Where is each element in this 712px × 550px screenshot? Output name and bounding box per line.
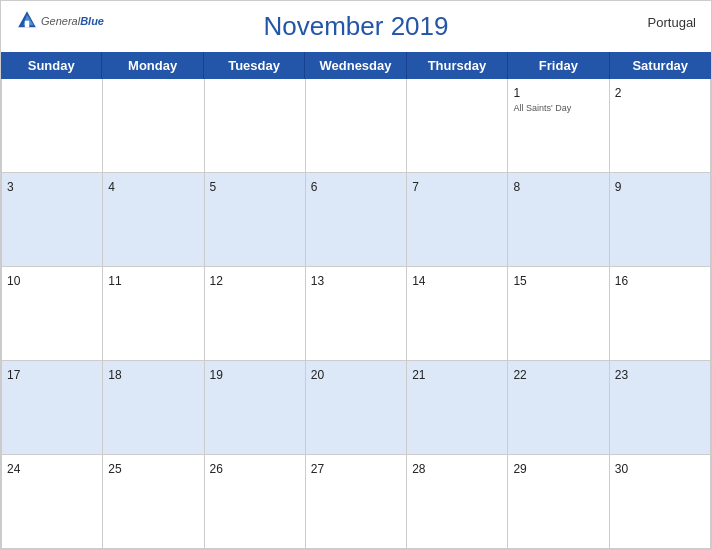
- day-number: 28: [412, 462, 425, 476]
- weekday-sunday: Sunday: [1, 52, 102, 79]
- week-row-3: 10 11 12 13 14 15 16: [2, 267, 711, 361]
- day-number: 27: [311, 462, 324, 476]
- day-8: 8: [508, 173, 609, 267]
- day-number: 19: [210, 368, 223, 382]
- day-24: 24: [2, 455, 103, 549]
- logo-text: GeneralBlue: [41, 11, 104, 29]
- day-number: 12: [210, 274, 223, 288]
- day-number: 24: [7, 462, 20, 476]
- weekday-saturday: Saturday: [610, 52, 711, 79]
- day-number: 13: [311, 274, 324, 288]
- weekday-friday: Friday: [508, 52, 609, 79]
- day-number: 11: [108, 274, 121, 288]
- day-11: 11: [103, 267, 204, 361]
- day-number: 15: [513, 274, 526, 288]
- day-17: 17: [2, 361, 103, 455]
- day-3: 3: [2, 173, 103, 267]
- day-20: 20: [306, 361, 407, 455]
- logo-icon: [16, 9, 38, 31]
- day-26: 26: [205, 455, 306, 549]
- calendar-body: 1 All Saints' Day 2 3 4 5 6 7 8 9 10 11 …: [1, 79, 711, 549]
- day-15: 15: [508, 267, 609, 361]
- weekday-monday: Monday: [102, 52, 203, 79]
- calendar-header: GeneralBlue November 2019 Portugal: [1, 1, 711, 52]
- day-7: 7: [407, 173, 508, 267]
- day-16: 16: [610, 267, 711, 361]
- logo-blue: Blue: [80, 15, 104, 27]
- logo: GeneralBlue: [16, 9, 104, 31]
- day-27: 27: [306, 455, 407, 549]
- day-12: 12: [205, 267, 306, 361]
- day-number: 16: [615, 274, 628, 288]
- day-22: 22: [508, 361, 609, 455]
- day-cell: [103, 79, 204, 173]
- day-10: 10: [2, 267, 103, 361]
- day-number: 18: [108, 368, 121, 382]
- day-number: 21: [412, 368, 425, 382]
- day-25: 25: [103, 455, 204, 549]
- day-number: 4: [108, 180, 115, 194]
- day-cell: [205, 79, 306, 173]
- day-number: 3: [7, 180, 14, 194]
- holiday-text: All Saints' Day: [513, 103, 603, 113]
- day-number: 10: [7, 274, 20, 288]
- day-19: 19: [205, 361, 306, 455]
- day-cell: [306, 79, 407, 173]
- day-number: 9: [615, 180, 622, 194]
- day-number: 29: [513, 462, 526, 476]
- day-number: 8: [513, 180, 520, 194]
- day-number: 17: [7, 368, 20, 382]
- day-18: 18: [103, 361, 204, 455]
- day-number: 30: [615, 462, 628, 476]
- weekdays-header: Sunday Monday Tuesday Wednesday Thursday…: [1, 52, 711, 79]
- day-21: 21: [407, 361, 508, 455]
- country-label: Portugal: [648, 15, 696, 30]
- week-row-2: 3 4 5 6 7 8 9: [2, 173, 711, 267]
- day-14: 14: [407, 267, 508, 361]
- week-row-4: 17 18 19 20 21 22 23: [2, 361, 711, 455]
- day-number: 23: [615, 368, 628, 382]
- calendar: GeneralBlue November 2019 Portugal Sunda…: [0, 0, 712, 550]
- week-row-1: 1 All Saints' Day 2: [2, 79, 711, 173]
- day-number: 22: [513, 368, 526, 382]
- day-number: 2: [615, 86, 622, 100]
- day-number: 1: [513, 86, 520, 100]
- weekday-wednesday: Wednesday: [305, 52, 406, 79]
- day-29: 29: [508, 455, 609, 549]
- day-4: 4: [103, 173, 204, 267]
- week-row-5: 24 25 26 27 28 29 30: [2, 455, 711, 549]
- day-number: 6: [311, 180, 318, 194]
- day-23: 23: [610, 361, 711, 455]
- day-2: 2: [610, 79, 711, 173]
- day-5: 5: [205, 173, 306, 267]
- day-13: 13: [306, 267, 407, 361]
- logo-general: General: [41, 15, 80, 27]
- day-9: 9: [610, 173, 711, 267]
- day-number: 26: [210, 462, 223, 476]
- month-title: November 2019: [264, 11, 449, 42]
- day-number: 14: [412, 274, 425, 288]
- day-cell: [2, 79, 103, 173]
- day-number: 5: [210, 180, 217, 194]
- day-number: 7: [412, 180, 419, 194]
- day-30: 30: [610, 455, 711, 549]
- day-28: 28: [407, 455, 508, 549]
- weekday-tuesday: Tuesday: [204, 52, 305, 79]
- day-cell: [407, 79, 508, 173]
- day-number: 25: [108, 462, 121, 476]
- day-number: 20: [311, 368, 324, 382]
- weekday-thursday: Thursday: [407, 52, 508, 79]
- svg-rect-2: [25, 21, 29, 28]
- day-6: 6: [306, 173, 407, 267]
- day-1: 1 All Saints' Day: [508, 79, 609, 173]
